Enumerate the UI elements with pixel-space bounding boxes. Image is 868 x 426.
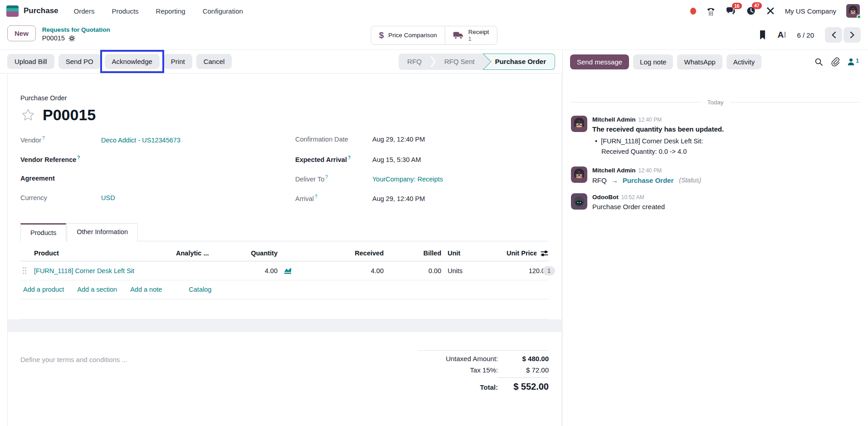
- menu-products[interactable]: Products: [112, 7, 138, 15]
- cancel-button[interactable]: Cancel: [196, 54, 232, 69]
- send-message-button[interactable]: Send message: [570, 54, 629, 69]
- tracking-field-name: (Status): [679, 176, 701, 184]
- confirmation-date-value[interactable]: Aug 29, 12:40 PM: [372, 136, 425, 143]
- author-avatar: [571, 193, 587, 210]
- record-name[interactable]: P00015: [43, 106, 96, 124]
- line-quantity[interactable]: 4.00: [219, 267, 278, 274]
- author-avatar: [571, 116, 587, 132]
- drag-handle-icon[interactable]: [20, 267, 34, 274]
- ai-assistant-icon[interactable]: AI: [777, 30, 786, 40]
- add-a-product-link[interactable]: Add a product: [23, 286, 64, 293]
- message-time: 12:40 PM: [639, 117, 662, 123]
- optional-columns-icon[interactable]: [540, 250, 549, 257]
- line-billed[interactable]: 0.00: [384, 267, 441, 274]
- apps-menu-icon[interactable]: [6, 5, 19, 17]
- header-product[interactable]: Product: [34, 250, 176, 257]
- terms-and-conditions-input[interactable]: Define your terms and conditions ...: [20, 350, 127, 396]
- currency-label: Currency: [20, 194, 101, 201]
- status-step-rfq[interactable]: RFQ: [399, 54, 430, 70]
- arrow-right-icon: →: [611, 176, 618, 184]
- message[interactable]: Mitchell Admin12:40 PM RFQ → Purchase Or…: [571, 166, 860, 184]
- forecast-chart-icon[interactable]: [278, 267, 298, 274]
- message[interactable]: Mitchell Admin12:40 PM The received quan…: [571, 116, 860, 157]
- new-button[interactable]: New: [7, 25, 36, 41]
- add-a-section-link[interactable]: Add a section: [77, 286, 117, 293]
- message-time: 12:40 PM: [639, 167, 662, 174]
- voip-phone-icon[interactable]: [706, 6, 716, 16]
- help-icon: ?: [77, 155, 80, 160]
- smart-buttons: $ Price Comparison Receipt 1: [371, 26, 497, 45]
- log-note-button[interactable]: Log note: [633, 54, 673, 69]
- attachments-icon[interactable]: [831, 57, 839, 66]
- tracking-new-value[interactable]: Purchase Order: [623, 176, 674, 184]
- tab-products[interactable]: Products: [20, 223, 66, 241]
- untaxed-amount-label: Untaxed Amount:: [446, 355, 498, 362]
- app-name[interactable]: Purchase: [24, 6, 59, 15]
- debug-tools-icon[interactable]: [766, 6, 775, 15]
- header-analytic[interactable]: Analytic ...: [176, 250, 219, 257]
- header-billed[interactable]: Billed: [384, 250, 441, 257]
- menu-configuration[interactable]: Configuration: [203, 7, 243, 15]
- form-sheet: Purchase Order P00015 Vendor? Deco Addic…: [7, 73, 562, 426]
- receipt-button[interactable]: Receipt 1: [445, 26, 497, 44]
- online-status-dot: [857, 15, 861, 19]
- whatsapp-button[interactable]: WhatsApp: [677, 54, 722, 69]
- catalog-link[interactable]: Catalog: [189, 286, 211, 293]
- vendor-label: Vendor?: [20, 136, 101, 144]
- line-unit-price[interactable]: 120.00: [491, 267, 549, 274]
- header-unit[interactable]: Unit: [441, 250, 491, 257]
- deliver-to-value[interactable]: YourCompany: Receipts: [372, 176, 443, 183]
- pager-previous-button[interactable]: [825, 27, 842, 43]
- upload-bill-button[interactable]: Upload Bill: [7, 54, 54, 69]
- menu-reporting[interactable]: Reporting: [156, 7, 185, 15]
- company-switcher[interactable]: My US Company: [785, 7, 836, 15]
- menu-orders[interactable]: Orders: [74, 7, 95, 15]
- message-author[interactable]: Mitchell Admin: [592, 167, 636, 174]
- message[interactable]: OdooBot10:52 AM Purchase Order created: [571, 193, 860, 211]
- breadcrumb-parent[interactable]: Requests for Quotation: [42, 26, 110, 33]
- line-received[interactable]: 4.00: [298, 267, 384, 274]
- messages-badge: 16: [732, 3, 742, 10]
- bookmark-icon[interactable]: [759, 30, 766, 40]
- send-po-button[interactable]: Send PO: [59, 54, 101, 69]
- header-quantity[interactable]: Quantity: [219, 250, 278, 257]
- status-step-purchase-order[interactable]: Purchase Order: [483, 54, 555, 70]
- search-messages-icon[interactable]: [814, 58, 823, 66]
- pager-next-button[interactable]: [844, 27, 861, 43]
- message-author[interactable]: OdooBot: [592, 194, 619, 201]
- message-author[interactable]: Mitchell Admin: [592, 116, 636, 123]
- followers-icon[interactable]: 1: [847, 58, 859, 66]
- add-a-note-link[interactable]: Add a note: [130, 286, 162, 293]
- activities-clock-icon[interactable]: 47: [746, 6, 756, 16]
- acknowledge-button[interactable]: Acknowledge: [105, 54, 160, 69]
- user-avatar[interactable]: [846, 4, 860, 18]
- control-panel: New Requests for Quotation P00015 $ Pric…: [0, 22, 868, 50]
- tax-value: $ 72.00: [498, 366, 549, 374]
- help-icon: ?: [42, 136, 45, 141]
- chatter-panel: Send message Log note WhatsApp Activity: [562, 50, 868, 426]
- print-button[interactable]: Print: [164, 54, 192, 69]
- tab-other-information[interactable]: Other Information: [67, 223, 138, 241]
- header-unit-price[interactable]: Unit Price: [491, 250, 549, 257]
- table-header-row: Product Analytic ... Quantity Received B…: [20, 247, 549, 261]
- currency-value[interactable]: USD: [101, 194, 115, 201]
- arrival-value[interactable]: Aug 29, 12:40 PM: [372, 195, 425, 202]
- settings-gear-icon[interactable]: [68, 35, 75, 42]
- totals-divider: [498, 377, 549, 378]
- pager-counter: 6 / 20: [797, 31, 814, 39]
- help-icon: ?: [348, 155, 351, 160]
- total-value: $ 552.00: [498, 382, 549, 392]
- favorite-star-icon[interactable]: [21, 108, 35, 122]
- message-body: Purchase Order created: [592, 203, 665, 211]
- expected-arrival-value[interactable]: Aug 15, 5:30 AM: [372, 156, 421, 163]
- order-line-row[interactable]: [FURN_1118] Corner Desk Left Sit 4.00 4.…: [20, 261, 549, 280]
- messages-icon[interactable]: 16: [726, 6, 736, 16]
- line-product[interactable]: [FURN_1118] Corner Desk Left Sit: [34, 267, 176, 274]
- header-received[interactable]: Received: [298, 250, 384, 257]
- line-unit[interactable]: Units: [441, 267, 491, 274]
- message-thread: Today: [563, 73, 868, 220]
- total-label: Total:: [480, 383, 498, 391]
- activity-button[interactable]: Activity: [727, 54, 762, 69]
- price-comparison-button[interactable]: $ Price Comparison: [371, 26, 445, 44]
- vendor-value[interactable]: Deco Addict - US12345673: [101, 137, 180, 144]
